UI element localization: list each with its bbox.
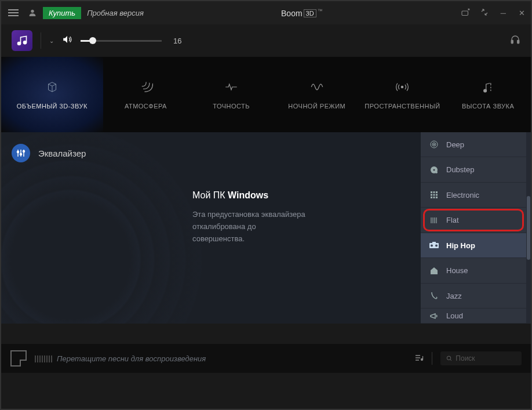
drag-stripes [35, 355, 52, 362]
search-box[interactable] [440, 351, 522, 365]
preset-label: Loud [446, 311, 463, 320]
target-icon [429, 139, 439, 150]
title-text: Boom [281, 8, 303, 17]
eq-body: Эта предустановка эквалайзера откалибров… [192, 209, 308, 245]
titlebar-left: Купить Пробная версия [5, 6, 144, 20]
tab-pitch[interactable]: ВЫСОТА ЗВУКА [445, 57, 531, 132]
svg-point-13 [433, 144, 435, 145]
house-icon [429, 266, 439, 276]
svg-point-6 [402, 86, 403, 88]
preset-loud[interactable]: Loud [421, 309, 526, 324]
equalizer-header: Эквалайзер [1, 132, 421, 174]
preset-label: Flat [446, 216, 459, 224]
tab-ambience[interactable]: АТМОСФЕРА [103, 57, 189, 132]
preset-hiphop[interactable]: Hip Hop [421, 233, 526, 258]
preset-scrollbar[interactable] [526, 132, 531, 324]
sax-icon [429, 291, 439, 301]
effect-tabs: ОБЪЕМНЫЙ 3D-ЗВУК АТМОСФЕРА ТОЧНОСТЬ НОЧН… [1, 57, 531, 132]
divider [41, 32, 41, 49]
svg-rect-19 [436, 191, 438, 193]
grid-icon [429, 190, 439, 200]
volume-slider[interactable] [81, 40, 162, 42]
preset-deep[interactable]: Deep [421, 132, 526, 157]
svg-point-8 [17, 151, 19, 153]
boombox-icon [429, 240, 439, 251]
svg-point-31 [447, 356, 450, 360]
preset-flat[interactable]: Flat [421, 208, 526, 233]
preset-label: Electronic [446, 191, 479, 199]
spatial-icon [395, 79, 410, 95]
preset-jazz[interactable]: Jazz [421, 284, 526, 309]
svg-point-3 [24, 41, 27, 44]
svg-rect-22 [436, 194, 438, 196]
volume-bar: ⌄ 16 [1, 24, 531, 57]
disc-icon [429, 165, 439, 175]
equalizer-title: Эквалайзер [38, 148, 86, 158]
equalizer-panel: Эквалайзер Мой ПК Windows Эта предустано… [1, 132, 421, 324]
title-3d: 3D [304, 9, 316, 17]
svg-rect-5 [518, 41, 519, 43]
app-icon[interactable] [12, 30, 32, 51]
title-tm: ™ [318, 8, 323, 14]
tab-fidelity[interactable]: ТОЧНОСТЬ [188, 57, 274, 132]
tab-label: ПРОСТРАНСТВЕННЫЙ [365, 103, 440, 110]
search-input[interactable] [456, 354, 516, 362]
preset-label: House [446, 266, 468, 275]
playlist-icon[interactable] [414, 353, 424, 364]
preset-sidebar: Deep Dubstep Electronic Flat Hip Hop [421, 132, 531, 324]
menu-button[interactable] [5, 6, 22, 20]
svg-point-0 [31, 10, 34, 13]
svg-rect-18 [433, 191, 435, 193]
headphone-icon[interactable] [510, 34, 520, 47]
svg-point-27 [431, 245, 433, 247]
app-title: Boom3D™ [148, 8, 456, 18]
search-icon [446, 355, 452, 362]
album-icon[interactable] [10, 350, 27, 367]
close-button[interactable]: ✕ [516, 6, 527, 20]
cube-icon [45, 79, 60, 95]
volume-value: 16 [173, 37, 181, 45]
main-area: Эквалайзер Мой ПК Windows Эта предустано… [1, 132, 531, 324]
equalizer-toggle[interactable] [12, 144, 30, 162]
preset-label: Jazz [446, 292, 462, 300]
speaker-icon[interactable] [62, 34, 72, 47]
tab-label: ВЫСОТА ЗВУКА [462, 103, 514, 110]
tab-night-mode[interactable]: НОЧНОЙ РЕЖИМ [274, 57, 360, 132]
scrollbar-thumb[interactable] [527, 196, 530, 260]
app-window: Купить Пробная версия Boom3D™ ─ ✕ ⌄ 16 [0, 0, 532, 410]
share-icon[interactable] [460, 8, 471, 18]
player-bar: Перетащите песни для воспроизведения [1, 344, 531, 373]
output-dropdown[interactable]: ⌄ [49, 38, 54, 44]
titlebar: Купить Пробная версия Boom3D™ ─ ✕ [1, 1, 531, 24]
compact-button[interactable] [479, 6, 490, 20]
preset-label: Deep [446, 140, 464, 149]
preset-label: Dubstep [446, 165, 474, 174]
svg-rect-25 [436, 197, 438, 198]
preset-label: Hip Hop [446, 241, 475, 250]
tab-3d-surround[interactable]: ОБЪЕМНЫЙ 3D-ЗВУК [1, 57, 103, 132]
svg-point-16 [435, 171, 438, 173]
tab-spatial[interactable]: ПРОСТРАНСТВЕННЫЙ [360, 57, 446, 132]
pulse-icon [224, 79, 239, 95]
preset-house[interactable]: House [421, 258, 526, 283]
svg-point-2 [18, 42, 21, 45]
divider [432, 352, 432, 365]
svg-point-7 [484, 89, 487, 92]
preset-dubstep[interactable]: Dubstep [421, 157, 526, 182]
svg-rect-21 [433, 194, 435, 196]
preset-electronic[interactable]: Electronic [421, 183, 526, 208]
svg-rect-20 [431, 194, 432, 196]
svg-rect-23 [431, 197, 432, 198]
megaphone-icon [429, 311, 439, 321]
trial-label: Пробная версия [87, 9, 144, 17]
bars-icon [429, 215, 439, 226]
minimize-button[interactable]: ─ [498, 6, 508, 20]
svg-rect-29 [432, 242, 436, 243]
equalizer-description: Мой ПК Windows Эта предустановка эквалай… [192, 190, 308, 245]
tab-label: АТМОСФЕРА [125, 103, 167, 110]
slider-thumb[interactable] [89, 37, 96, 44]
profile-icon[interactable] [28, 8, 37, 17]
buy-button[interactable]: Купить [43, 7, 81, 19]
preset-list[interactable]: Deep Dubstep Electronic Flat Hip Hop [421, 132, 526, 324]
pitch-icon [480, 79, 495, 95]
